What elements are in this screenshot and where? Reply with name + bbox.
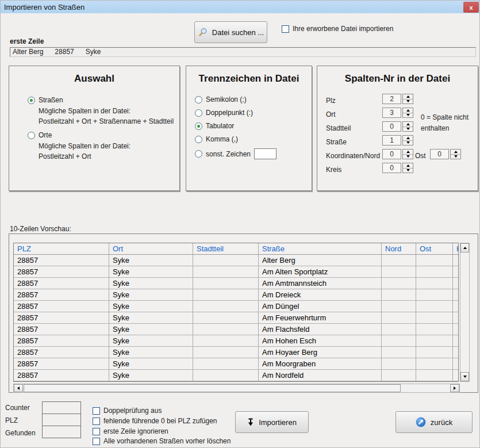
doppelpruefung-checkbox-row[interactable]: Doppelprüfung aus <box>93 407 162 415</box>
titlebar[interactable]: Importieren von Straßen x <box>1 1 480 13</box>
spin-down-icon[interactable] <box>406 114 410 116</box>
nord-spinner-arrows[interactable] <box>402 149 413 159</box>
stadtteil-spinner-arrows[interactable] <box>402 121 413 132</box>
table-cell: Am Moorgraben <box>259 358 382 369</box>
strasse-spinner-arrows[interactable] <box>402 135 413 145</box>
table-row[interactable]: 28857SykeAm Hoyaer Berg <box>14 347 458 358</box>
orte-radio[interactable] <box>28 132 35 139</box>
spin-up-icon[interactable] <box>406 95 410 98</box>
radio-doppelpunkt-row[interactable]: Doppelpunkt (:) <box>195 109 253 117</box>
kreis-spinner-arrows[interactable] <box>402 163 413 173</box>
doppelpunkt-radio[interactable] <box>195 109 202 117</box>
strasse-spinner[interactable]: 1 <box>382 135 413 145</box>
spin-down-icon[interactable] <box>406 100 410 102</box>
radio-sonst-row[interactable]: sonst. Zeichen <box>195 148 277 159</box>
kreis-spinner[interactable]: 0 <box>382 163 413 173</box>
spin-down-icon[interactable] <box>406 141 410 144</box>
alle-loeschen-checkbox-row[interactable]: Alle vorhandenen Straßen vorher löschen <box>93 437 231 445</box>
spin-up-icon[interactable] <box>406 151 410 153</box>
scroll-down-button[interactable] <box>460 372 469 381</box>
tabulator-radio[interactable] <box>195 122 202 130</box>
radio-komma-row[interactable]: Komma (,) <box>195 135 238 143</box>
column-header-0[interactable]: PLZ <box>14 243 109 254</box>
ost-spinner-arrows[interactable] <box>450 149 461 159</box>
spin-up-icon[interactable] <box>406 164 410 167</box>
table-row[interactable]: 28857SykeAm Amtmannsteich <box>14 278 458 289</box>
table-cell: 28857 <box>14 255 109 266</box>
radio-orte-row[interactable]: Orte <box>28 131 52 139</box>
radio-tabulator-row[interactable]: Tabulator <box>195 122 234 130</box>
column-header-6[interactable]: K <box>453 243 459 254</box>
column-header-5[interactable]: Ost <box>416 243 453 254</box>
doppelpruefung-checkbox[interactable] <box>93 407 100 415</box>
horizontal-scrollbar[interactable] <box>13 384 460 393</box>
spin-down-icon[interactable] <box>406 169 410 171</box>
nord-spinner[interactable]: 0 <box>382 149 413 159</box>
stadtteil-spinner[interactable]: 0 <box>382 121 413 132</box>
ort-spinner-value[interactable]: 3 <box>382 108 401 118</box>
komma-radio[interactable] <box>195 136 202 143</box>
close-button[interactable]: x <box>463 2 479 13</box>
column-header-1[interactable]: Ort <box>109 243 193 254</box>
spin-down-icon[interactable] <box>406 155 410 158</box>
table-row[interactable]: 28857SykeAm Alten Sportplatz <box>14 266 458 278</box>
first-line-field[interactable]: Alter Berg 28857 Syke <box>10 47 476 57</box>
alle-loeschen-checkbox[interactable] <box>93 438 100 445</box>
column-header-4[interactable]: Nord <box>382 243 416 254</box>
scroll-right-button[interactable] <box>450 384 459 392</box>
nord-spinner-value[interactable]: 0 <box>382 149 401 159</box>
radio-semikolon-row[interactable]: Semikolon (;) <box>195 95 247 104</box>
plz-spinner[interactable]: 2 <box>382 94 413 104</box>
spin-down-icon[interactable] <box>406 128 410 130</box>
spin-down-icon[interactable] <box>454 155 458 158</box>
sonst-zeichen-radio[interactable] <box>195 150 202 158</box>
ost-spinner[interactable]: 0 <box>430 149 461 159</box>
ort-spinner[interactable]: 3 <box>382 108 413 118</box>
spin-up-icon[interactable] <box>406 137 410 139</box>
table-row[interactable]: 28857SykeAm Feuerwehrturm <box>14 312 458 324</box>
preview-label: 10-Zeilen Vorschau: <box>10 225 71 233</box>
table-row[interactable]: 28857SykeAm Nordfeld <box>14 370 458 381</box>
column-header-3[interactable]: Straße <box>259 243 382 254</box>
fuehrende-null-checkbox[interactable] <box>93 418 100 425</box>
spin-up-icon[interactable] <box>406 123 410 125</box>
table-cell <box>453 301 459 312</box>
search-file-button[interactable]: Datei suchen ... <box>194 21 267 43</box>
table-cell: Syke <box>109 289 193 300</box>
spin-up-icon[interactable] <box>406 109 410 112</box>
table-row[interactable]: 28857SykeAm Moorgraben <box>14 358 458 370</box>
horizontal-scroll-thumb[interactable] <box>24 384 401 392</box>
tabulator-radio-label: Tabulator <box>206 122 234 130</box>
table-cell: Am Flachsfeld <box>259 324 382 335</box>
scroll-left-button[interactable] <box>14 384 23 392</box>
radio-strassen-row[interactable]: Straßen <box>28 96 63 104</box>
kreis-spinner-value[interactable]: 0 <box>382 163 401 173</box>
erste-zeile-ignorieren-checkbox-row[interactable]: erste Zeile ignorieren <box>93 427 168 435</box>
stadtteil-spinner-value[interactable]: 0 <box>382 121 401 132</box>
spin-up-icon[interactable] <box>454 151 458 153</box>
strassen-radio[interactable] <box>28 97 35 104</box>
table-row[interactable]: 28857SykeAlter Berg <box>14 255 458 266</box>
table-row[interactable]: 28857SykeAm Düngel <box>14 301 458 312</box>
semikolon-radio[interactable] <box>195 96 202 104</box>
strasse-spinner-value[interactable]: 1 <box>382 135 401 145</box>
table-row[interactable]: 28857SykeAm Dreieck <box>14 289 458 301</box>
plz-spinner-arrows[interactable] <box>402 94 413 104</box>
plz-spinner-value[interactable]: 2 <box>382 94 401 104</box>
ost-spinner-value[interactable]: 0 <box>430 149 449 159</box>
back-button[interactable]: zurück <box>395 411 473 433</box>
import-button[interactable]: Importieren <box>235 411 309 433</box>
table-row[interactable]: 28857SykeAm Hohen Esch <box>14 335 458 347</box>
acquired-file-checkbox[interactable] <box>282 25 289 33</box>
vertical-scrollbar[interactable] <box>460 243 470 382</box>
table-cell: 28857 <box>14 335 109 346</box>
ort-spinner-arrows[interactable] <box>402 108 413 118</box>
column-header-2[interactable]: Stadtteil <box>193 243 259 254</box>
table-cell: 28857 <box>14 301 109 312</box>
custom-separator-input[interactable] <box>254 148 277 159</box>
acquired-file-checkbox-row[interactable]: Ihre erworbene Datei importieren <box>282 25 393 33</box>
erste-zeile-ignorieren-checkbox[interactable] <box>93 428 100 435</box>
scroll-up-button[interactable] <box>460 243 469 252</box>
fuehrende-null-checkbox-row[interactable]: fehlende führende 0 bei PLZ zufügen <box>93 417 217 425</box>
table-row[interactable]: 28857SykeAm Flachsfeld <box>14 324 458 335</box>
